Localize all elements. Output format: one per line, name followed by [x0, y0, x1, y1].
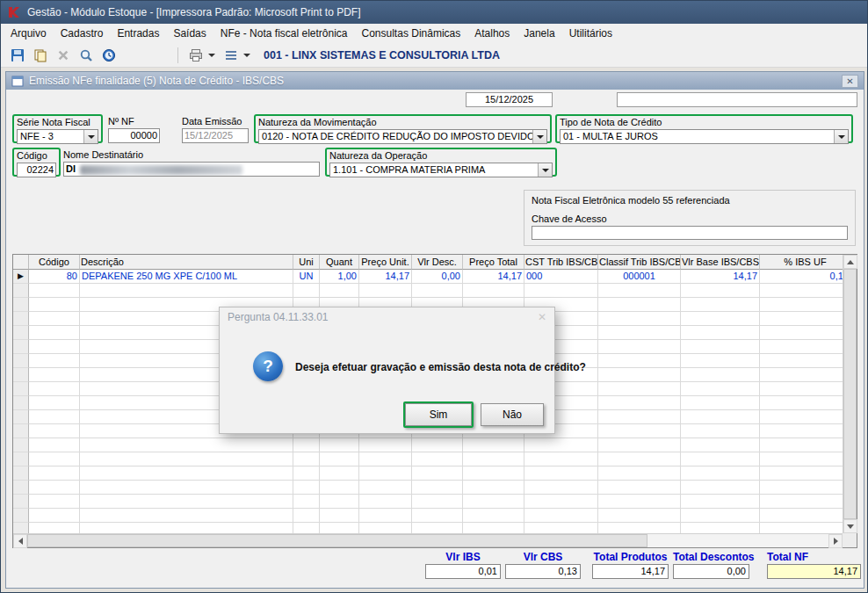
column-header-2[interactable]: Uni [293, 255, 320, 270]
cell [412, 509, 463, 523]
cell: 000 [524, 270, 598, 284]
column-header-1[interactable]: Descrição [80, 255, 293, 270]
cell [598, 481, 681, 495]
table-row[interactable] [13, 466, 843, 481]
table-row[interactable] [13, 523, 843, 533]
row-selector [13, 495, 29, 509]
chave-acesso-label: Chave de Acesso [532, 213, 848, 224]
menu-item-nfe-nota-fiscal-eletronica[interactable]: NFe - Nota fiscal eletrônica [213, 25, 355, 42]
serie-combobox[interactable]: NFE - 3 [17, 129, 98, 144]
save-button[interactable] [6, 45, 29, 66]
cell [760, 438, 843, 452]
print-button[interactable] [184, 45, 207, 66]
header-date-field: 15/12/2025 [466, 92, 553, 107]
table-row[interactable] [13, 495, 843, 509]
table-row[interactable] [13, 509, 843, 523]
natureza-movimentacao-dropdown-button[interactable] [532, 130, 546, 143]
cell [681, 509, 760, 523]
cell [681, 523, 760, 533]
window-titlebar[interactable]: Gestão - Módulo Estoque - [Impressora Pa… [1, 1, 867, 24]
cell [293, 452, 320, 466]
column-header-9[interactable]: Vlr Base IBS/CBS [681, 255, 760, 270]
list-dropdown-icon[interactable] [243, 54, 250, 57]
horizontal-scrollbar[interactable] [13, 533, 843, 547]
column-header-3[interactable]: Quant [320, 255, 359, 270]
vertical-scroll-thumb[interactable] [843, 269, 857, 519]
no-button[interactable]: Não [481, 403, 544, 426]
cell [760, 312, 843, 326]
table-row[interactable] [13, 438, 843, 452]
dialog-close-icon[interactable]: ✕ [538, 311, 546, 323]
yes-button[interactable]: Sim [403, 401, 474, 428]
column-header-0[interactable]: Código [29, 255, 80, 270]
scroll-up-button[interactable] [843, 255, 857, 269]
natureza-movimentacao-combobox[interactable]: 0120 - NOTA DE CRÉDITO REDUÇÃO DO IMPOST… [258, 129, 547, 144]
column-header-8[interactable]: Classif Trib IBS/CBS [598, 255, 681, 270]
total-value-total-nf: 14,17 [767, 564, 861, 579]
cell [412, 438, 463, 452]
column-header-6[interactable]: Preço Total [463, 255, 524, 270]
chave-acesso-input[interactable] [532, 226, 848, 240]
cell [598, 523, 681, 533]
menu-item-arquivo[interactable]: Arquivo [4, 25, 54, 42]
data-emissao-input[interactable]: 15/12/2025 [182, 128, 249, 143]
scroll-down-button[interactable] [843, 519, 857, 533]
row-selector [13, 326, 29, 340]
serie-dropdown-button[interactable] [83, 130, 98, 143]
tipo-nota-credito-combobox[interactable]: 01 - MULTA E JUROS [560, 129, 849, 144]
menu-item-entradas[interactable]: Entradas [110, 25, 166, 42]
cell [320, 495, 359, 509]
table-row[interactable] [13, 284, 843, 298]
copy-button[interactable] [29, 45, 52, 66]
cell [29, 340, 80, 354]
natureza-operacao-combobox[interactable]: 1.101 - COMPRA MATERIA PRIMA [329, 163, 553, 177]
cell [80, 495, 293, 509]
column-header-10[interactable]: % IBS UF [760, 255, 843, 270]
cell: 0,10 [760, 270, 843, 284]
clock-button[interactable] [98, 45, 120, 66]
table-row[interactable]: ▶80DEPAKENE 250 MG XPE C/100 MLUN1,0014,… [13, 270, 843, 284]
redacted-text [80, 165, 242, 175]
menu-item-utilitarios[interactable]: Utilitários [562, 25, 619, 42]
cell [760, 382, 843, 396]
delete-button[interactable] [52, 45, 75, 66]
scroll-left-button[interactable] [13, 534, 27, 548]
list-button[interactable] [220, 45, 242, 66]
destinatario-input[interactable]: DI [63, 162, 320, 177]
codigo-input[interactable]: 02224 [17, 163, 56, 177]
cell [681, 340, 760, 354]
search-button[interactable] [75, 45, 98, 66]
column-header-5[interactable]: Vlr Desc. [412, 255, 463, 270]
cell [359, 481, 412, 495]
menu-item-cadastro[interactable]: Cadastro [54, 25, 111, 42]
tipo-nota-credito-value: 01 - MULTA E JUROS [561, 130, 834, 143]
natureza-operacao-dropdown-button[interactable] [538, 163, 552, 177]
scroll-right-button[interactable] [828, 534, 843, 548]
cell: DEPAKENE 250 MG XPE C/100 ML [80, 270, 293, 284]
vertical-scrollbar[interactable] [843, 255, 857, 533]
horizontal-scroll-thumb[interactable] [27, 534, 647, 547]
column-header-4[interactable]: Preço Unit. [359, 255, 412, 270]
nfe-window-titlebar[interactable]: Emissão NFe finalidade (5) Nota de Crédi… [6, 72, 864, 90]
nfe-window-close-button[interactable]: ✕ [842, 75, 858, 88]
cell: 80 [29, 270, 80, 284]
table-row[interactable] [13, 481, 843, 495]
row-selector [13, 382, 29, 396]
delete-icon [57, 49, 69, 61]
menu-item-consultas-dinamicas[interactable]: Consultas Dinâmicas [355, 25, 468, 42]
print-dropdown-icon[interactable] [208, 54, 215, 57]
tipo-nota-credito-dropdown-button[interactable] [834, 130, 848, 143]
cell [80, 466, 293, 481]
cell [29, 396, 80, 410]
dialog-titlebar[interactable]: Pergunta 04.11.33.01 ✕ [220, 307, 554, 327]
tipo-nota-credito-group: Tipo de Nota de Crédito 01 - MULTA E JUR… [555, 114, 853, 143]
destinatario-group: Nome Destinatário DI [63, 149, 320, 177]
menu-item-saidas[interactable]: Saídas [166, 25, 213, 42]
table-row[interactable] [13, 452, 843, 466]
menu-item-atalhos[interactable]: Atalhos [467, 25, 517, 42]
codigo-group: Código 02224 [12, 148, 61, 177]
column-header-7[interactable]: CST Trib IBS/CBS [524, 255, 598, 270]
menu-item-janela[interactable]: Janela [517, 25, 561, 42]
toolbar: 001 - LINX SISTEMAS E CONSULTORIA LTDA [1, 43, 867, 68]
numero-nf-input[interactable]: 00000 [108, 128, 160, 143]
